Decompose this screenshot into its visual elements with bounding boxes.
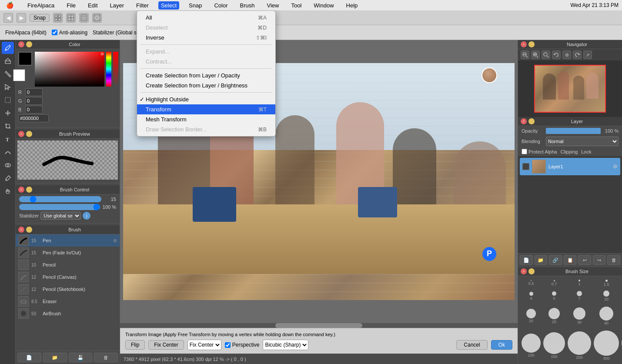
tool-eraser[interactable] (2, 55, 14, 67)
navigator-minimize[interactable] (528, 41, 535, 47)
brush-size-item-25[interactable]: 25 (542, 307, 566, 325)
brush-settings-icon[interactable]: ⚙ (113, 238, 117, 243)
background-color[interactable] (13, 69, 25, 81)
tool-curve[interactable] (2, 146, 14, 158)
antialiasing-checkbox[interactable] (52, 30, 57, 35)
brush-item-pencil-sketch[interactable]: 12 Pencil (Sketchbook) (16, 283, 120, 295)
fix-center-select[interactable]: Fix Center (187, 340, 221, 350)
foreground-color[interactable] (18, 52, 32, 66)
brush-size-item-150[interactable]: 150 (542, 331, 566, 360)
color-panel-close[interactable]: × (18, 41, 24, 47)
menu-item-transform[interactable]: Transform ⌘T (137, 104, 275, 114)
settings-icon[interactable]: ⚙ (562, 50, 571, 59)
perspective-check[interactable]: Perspective (225, 342, 260, 348)
layer-panel-close[interactable]: × (521, 118, 527, 124)
tool-select[interactable] (2, 81, 14, 93)
b-input[interactable] (25, 106, 43, 114)
brush-size-item-10[interactable]: 10 (593, 290, 620, 302)
snap-button[interactable]: Snap (30, 14, 50, 22)
color-alpha-slider[interactable] (113, 52, 118, 87)
brush-size-item-7[interactable]: 7 (567, 290, 592, 302)
new-layer-btn[interactable]: 📄 (520, 255, 533, 265)
brush-item-pencil-canvas[interactable]: 12 Pencil (Canvas) (16, 271, 120, 283)
brush-size-item-300[interactable]: 300 (593, 330, 620, 361)
brush-size-item-20[interactable]: 20 (521, 308, 542, 324)
apple-menu[interactable]: 🍎 (3, 1, 16, 10)
brush-list-minimize[interactable] (26, 227, 32, 233)
g-input[interactable] (25, 97, 43, 105)
brush-size-close[interactable]: × (521, 268, 527, 274)
stabilizer-info[interactable]: i (83, 212, 90, 220)
brush-control-close[interactable]: × (18, 187, 24, 193)
menu-firealpaca[interactable]: FireAlpaca (25, 1, 57, 10)
menu-select[interactable]: Select (158, 1, 179, 10)
menu-item-highlight-outside[interactable]: Highlight Outside (137, 94, 275, 104)
menu-view[interactable]: View (264, 1, 281, 10)
brush-item-pen[interactable]: 15 Pen ⚙ (16, 234, 120, 247)
perspective-checkbox[interactable] (225, 342, 231, 348)
layer-visibility-toggle[interactable] (522, 163, 529, 170)
tool-fill[interactable] (2, 68, 14, 80)
brush-size-item-40[interactable]: 40 (593, 306, 620, 326)
canvas-scrollbar[interactable] (120, 323, 518, 328)
delete-brush-btn[interactable]: 🗑 (94, 353, 118, 362)
new-brush-btn[interactable]: 📄 (17, 353, 41, 362)
brush-size-item-0.7[interactable]: 0.7 (542, 279, 566, 287)
tool-text[interactable]: T (2, 133, 14, 145)
fix-center-button[interactable]: Fix Center (148, 340, 184, 350)
brush-size-item-100[interactable]: 100 (521, 333, 542, 358)
redo-icon[interactable] (573, 50, 582, 59)
brush-size-item-1[interactable]: 1 (567, 279, 592, 287)
menu-color[interactable]: Color (211, 1, 230, 10)
tool-blend[interactable] (2, 159, 14, 171)
zoom-in-icon[interactable] (531, 50, 540, 59)
menu-file[interactable]: File (64, 1, 78, 10)
menu-item-all[interactable]: All ⌘A (137, 13, 275, 23)
menu-edit[interactable]: Edit (85, 1, 100, 10)
undo-layer-btn[interactable]: ↩ (578, 255, 591, 265)
tool-move[interactable] (2, 107, 14, 119)
interpolation-select[interactable]: Bicubic (Sharp) (263, 340, 308, 350)
navigator-close[interactable]: × (521, 41, 527, 47)
brush-size-item-0.5[interactable]: 0.5 (521, 279, 542, 287)
menu-brush[interactable]: Brush (237, 1, 257, 10)
tool-pen[interactable] (2, 42, 14, 54)
menu-layer[interactable]: Layer (107, 1, 127, 10)
save-brush-btn[interactable]: 💾 (69, 353, 93, 362)
toolbar-diag[interactable] (92, 13, 102, 23)
delete-layer-btn[interactable]: 🗑 (607, 255, 620, 265)
menu-filter[interactable]: Filter (134, 1, 151, 10)
toolbar-grid2[interactable] (66, 13, 76, 23)
color-panel-minimize[interactable] (26, 41, 32, 47)
ok-button[interactable]: Ok (491, 340, 512, 350)
color-hue-slider[interactable] (106, 52, 111, 87)
toolbar-collapse[interactable]: ◀ (3, 13, 13, 23)
tool-hand[interactable] (2, 185, 14, 197)
menu-item-draw-selection[interactable]: Draw Selection Border... ⌘B (137, 124, 275, 134)
brush-size-item-1.5[interactable]: 1.5 (593, 279, 620, 287)
tool-crop[interactable] (2, 120, 14, 132)
undo-icon[interactable] (552, 50, 561, 59)
tool-magic-select[interactable] (2, 94, 14, 106)
brush-preview-minimize[interactable] (26, 131, 32, 137)
toolbar-grid3[interactable] (79, 13, 89, 23)
menu-item-inverse[interactable]: Inverse ⇧⌘I (137, 33, 275, 43)
p-icon[interactable]: P (482, 247, 496, 261)
blending-select[interactable]: Normal Multiply Screen Overlay (546, 137, 619, 146)
r-input[interactable] (25, 88, 43, 96)
menu-item-select-brightness[interactable]: Create Selection from Layer / Brightness (137, 80, 275, 90)
folder-layer-btn[interactable]: 📁 (535, 255, 548, 265)
menu-item-select-opacity[interactable]: Create Selection from Layer / Opacity (137, 70, 275, 80)
brush-item-eraser[interactable]: 8.5 Eraser (16, 295, 120, 307)
toolbar-grid1[interactable] (53, 13, 63, 23)
brush-opacity-slider[interactable] (19, 204, 100, 210)
color-picker-gradient[interactable] (35, 52, 104, 87)
brush-item-pen-fade[interactable]: 15 Pen (Fade In/Out) (16, 247, 120, 259)
menu-window[interactable]: Window (311, 1, 336, 10)
layer-item-layer1[interactable]: Layer1 ⚙ (520, 158, 620, 175)
toolbar-play[interactable]: ▶ (17, 13, 26, 23)
brush-size-item-200[interactable]: 200 (567, 331, 592, 361)
zoom-out-icon[interactable] (521, 50, 529, 59)
brush-preview-close[interactable]: × (18, 131, 24, 137)
opacity-slider[interactable] (546, 128, 601, 134)
